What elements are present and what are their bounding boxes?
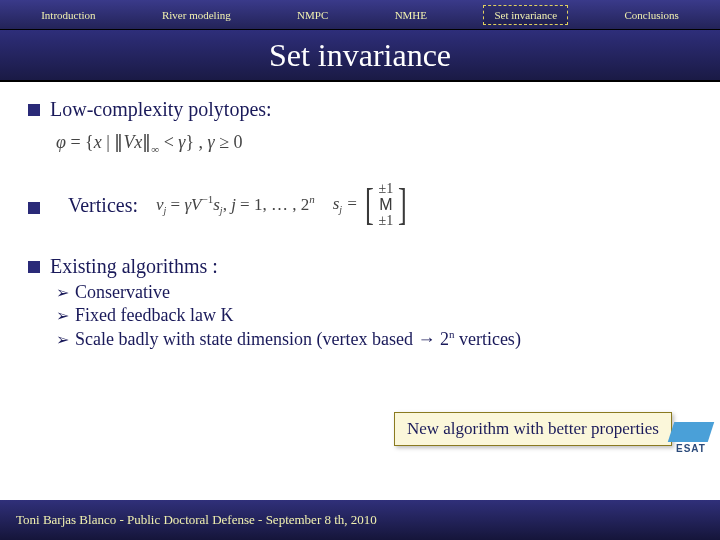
nav-tab-nmpc[interactable]: NMPC — [287, 6, 338, 24]
logo-stripes-icon — [668, 422, 714, 442]
vertices-matrix: sj = [ ±1 M ±1 ] — [333, 181, 410, 229]
existing-item-2: ➢ Scale badly with state dimension (vert… — [56, 328, 692, 350]
slide-body: Low-complexity polytopes: φ = {x | ‖Vx‖∞… — [0, 82, 720, 500]
esat-logo: ESAT — [668, 420, 714, 456]
title-bar: Set invariance — [0, 30, 720, 82]
matrix-row-0: ±1 — [379, 181, 394, 197]
nav-tab-nmhe[interactable]: NMHE — [385, 6, 437, 24]
existing-item-1-text: Fixed feedback law K — [75, 305, 233, 326]
chevron-right-icon: ➢ — [56, 283, 69, 302]
footer-text: Toni Barjas Blanco - Public Doctoral Def… — [16, 512, 377, 528]
bullet-icon — [28, 104, 40, 116]
polytopes-label: Low-complexity polytopes: — [50, 98, 272, 121]
existing-item-1: ➢ Fixed feedback law K — [56, 305, 692, 326]
nav-tab-conclusions[interactable]: Conclusions — [614, 6, 688, 24]
nav-tab-river-modeling[interactable]: River modeling — [152, 6, 241, 24]
footer-bar: Toni Barjas Blanco - Public Doctoral Def… — [0, 500, 720, 540]
polytopes-formula: φ = {x | ‖Vx‖∞ < γ} , γ ≥ 0 — [56, 131, 692, 155]
bullet-icon — [28, 261, 40, 273]
matrix-row-1: M — [379, 197, 392, 213]
top-nav: Introduction River modeling NMPC NMHE Se… — [0, 0, 720, 30]
existing-label: Existing algorithms : — [50, 255, 218, 278]
block-vertices: Vertices: vj = γV−1sj, j = 1, … , 2n sj … — [28, 181, 692, 229]
callout-box: New algorithm with better properties — [394, 412, 672, 446]
vertices-label: Vertices: — [68, 194, 138, 217]
slide: Introduction River modeling NMPC NMHE Se… — [0, 0, 720, 540]
chevron-right-icon: ➢ — [56, 306, 69, 325]
block-polytopes: Low-complexity polytopes: φ = {x | ‖Vx‖∞… — [28, 98, 692, 155]
matrix-row-2: ±1 — [379, 213, 394, 229]
existing-item-2-text: Scale badly with state dimension (vertex… — [75, 328, 521, 350]
bullet-icon — [28, 202, 40, 214]
vertices-formula: vj = γV−1sj, j = 1, … , 2n — [156, 193, 315, 216]
slide-title: Set invariance — [269, 37, 451, 74]
chevron-right-icon: ➢ — [56, 330, 69, 349]
nav-tab-introduction[interactable]: Introduction — [31, 6, 105, 24]
logo-text: ESAT — [676, 443, 706, 454]
block-existing: Existing algorithms : ➢ Conservative ➢ F… — [28, 255, 692, 350]
existing-item-0-text: Conservative — [75, 282, 170, 303]
existing-item-0: ➢ Conservative — [56, 282, 692, 303]
nav-tab-set-invariance[interactable]: Set invariance — [483, 5, 568, 25]
